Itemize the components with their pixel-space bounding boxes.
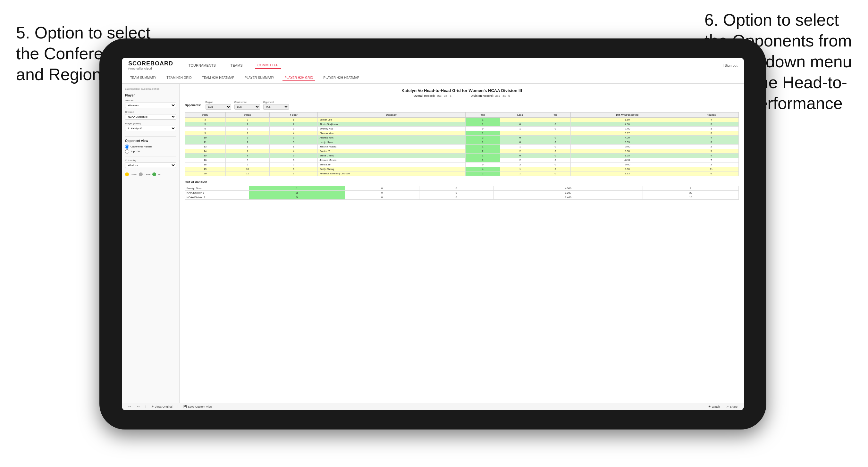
subnav-player-h2h-heatmap[interactable]: PLAYER H2H HEATMAP [321, 75, 361, 81]
table-row: 6 3 3 Sydney Kuo 0 1 0 -1.00 3 [185, 127, 739, 131]
conference-filter: Conference (All) [235, 101, 260, 110]
cell-rounds: 4 [684, 135, 739, 140]
subnav-team-summary[interactable]: TEAM SUMMARY [128, 75, 158, 81]
cell-reg: 2 [225, 140, 270, 145]
cell-rounds: 3 [684, 127, 739, 131]
ood-tie: 0 [419, 186, 494, 191]
cell-div: 19 [185, 167, 226, 172]
toolbar-sep1: | [145, 405, 146, 408]
opponents-label: Opponents: [185, 103, 201, 107]
subnav-team-h2h-heatmap[interactable]: TEAM H2H HEATMAP [200, 75, 236, 81]
ood-loss: 0 [345, 186, 419, 191]
save-custom-btn[interactable]: 💾 Save Custom View [182, 405, 214, 409]
cell-diff: 0.30 [570, 167, 684, 172]
cell-loss: 1 [500, 167, 540, 172]
watch-btn[interactable]: 👁 Watch [707, 405, 721, 409]
region-select[interactable]: (All) [206, 104, 231, 110]
th-opponent: Opponent [318, 113, 466, 118]
ood-diff: 7.400 [494, 195, 643, 200]
table-row: 15 8 5 Stella Cheng 1 0 0 1.25 4 [185, 154, 739, 158]
ood-diff: 9.267 [494, 191, 643, 195]
share-btn[interactable]: ↗ Share [725, 405, 739, 409]
sidebar-player-title: Player [125, 94, 176, 97]
nav-committee[interactable]: COMMITTEE [255, 62, 281, 69]
cell-win: 2 [466, 149, 500, 154]
ood-label: NCAA Division 2 [185, 195, 249, 200]
cell-opponent: Stella Cheng [318, 154, 466, 158]
view-original-btn[interactable]: 👁 View: Original [149, 405, 174, 409]
cell-reg: 7 [225, 149, 270, 154]
ood-rounds: 2 [643, 186, 739, 191]
radio-top100[interactable]: Top 100 [125, 149, 176, 154]
cell-reg: 1 [225, 131, 270, 135]
cell-conf: 1 [270, 118, 318, 122]
undo-btn[interactable]: ↩ [127, 405, 132, 409]
region-label: Region [206, 101, 231, 103]
subnav-player-summary[interactable]: PLAYER SUMMARY [243, 75, 276, 81]
overall-record: Overall Record: 353 - 34 - 6 [414, 94, 452, 97]
cell-win: 1 [466, 140, 500, 145]
logo-title: SCOREBOARD [128, 60, 173, 67]
redo-btn[interactable]: ↪ [136, 405, 141, 409]
player-rank-label: Player (Rank) [125, 122, 176, 125]
table-row: 19 10 6 Emily Chang 4 1 0 0.30 11 [185, 167, 739, 172]
cell-rounds: 3 [684, 140, 739, 145]
top-nav: SCOREBOARD Powered by clippd TOURNAMENTS… [122, 58, 744, 73]
table-row: 14 7 4 Eunice Yi 2 2 0 0.38 9 [185, 149, 739, 154]
cell-diff: 3.33 [570, 140, 684, 145]
conference-select[interactable]: (All) [235, 104, 260, 110]
table-row: 5 2 2 Alexis Sudjianto 1 0 0 4.00 3 [185, 122, 739, 127]
th-win: Win [466, 113, 500, 118]
nav-tournaments[interactable]: TOURNAMENTS [186, 62, 218, 69]
table-row: 20 11 7 Federica Domenq Lacroze 2 1 0 1.… [185, 172, 739, 176]
subnav-team-h2h-grid[interactable]: TEAM H2H GRID [165, 75, 194, 81]
cell-reg: 8 [225, 154, 270, 158]
cell-rounds: 6 [684, 172, 739, 176]
cell-conf: 3 [270, 135, 318, 140]
cell-tie: 0 [540, 122, 570, 127]
division-select[interactable]: NCAA Division III [125, 114, 176, 120]
cell-div: 3 [185, 118, 226, 122]
cell-conf: 4 [270, 149, 318, 154]
subnav-player-h2h-grid[interactable]: PLAYER H2H GRID [282, 75, 315, 81]
cell-reg: 11 [225, 172, 270, 176]
cell-win: 0 [466, 127, 500, 131]
cell-div: 5 [185, 122, 226, 127]
table-row: 13 1 1 Jessica Huang 1 1 0 -3.00 2 [185, 145, 739, 149]
ood-row: NCAA Division 2 5 0 0 7.400 10 [185, 195, 739, 200]
ood-row: Foreign Team 1 0 0 4.500 2 [185, 186, 739, 191]
cell-opponent: Jessica Mason [318, 158, 466, 162]
cell-win: 2 [466, 135, 500, 140]
th-rounds: Rounds [684, 113, 739, 118]
cell-rounds: 2 [684, 145, 739, 149]
cell-div: 6 [185, 127, 226, 131]
cell-tie: 0 [540, 140, 570, 145]
table-row: 10 6 3 Andrea York 2 0 0 4.00 4 [185, 135, 739, 140]
nav-teams[interactable]: TEAMS [228, 62, 245, 69]
ood-loss: 0 [345, 195, 419, 200]
opponent-select[interactable]: (All) [263, 104, 289, 110]
table-row: 16 3 6 Jessica Mason 1 2 0 -0.94 7 [185, 158, 739, 162]
sub-nav: TEAM SUMMARY TEAM H2H GRID TEAM H2H HEAT… [122, 73, 744, 84]
cell-conf: 7 [270, 172, 318, 176]
logo-sub: Powered by clippd [128, 67, 173, 70]
ood-loss: 0 [345, 191, 419, 195]
ood-win: 1 [249, 186, 345, 191]
out-of-division-label: Out of division [185, 181, 739, 184]
color-legend: Down Level Up [125, 173, 176, 176]
legend-up-label: Up [158, 173, 161, 176]
cell-win: 0 [466, 162, 500, 167]
cell-div: 20 [185, 172, 226, 176]
cell-loss: 1 [500, 145, 540, 149]
opponent-radio-group: Opponents Played Top 100 [125, 145, 176, 154]
nav-sign-out[interactable]: | Sign out [723, 63, 738, 67]
radio-opponents-played[interactable]: Opponents Played [125, 145, 176, 149]
cell-opponent: Sydney Kuo [318, 127, 466, 131]
gender-select[interactable]: Women's [125, 102, 176, 108]
cell-tie: 0 [540, 135, 570, 140]
colour-by-select[interactable]: Win/loss [125, 162, 176, 168]
th-div: # Div [185, 113, 226, 118]
player-rank-select[interactable]: 8. Katelyn Vo [125, 126, 176, 131]
ood-diff: 4.500 [494, 186, 643, 191]
cell-opponent: Eunice Yi [318, 149, 466, 154]
